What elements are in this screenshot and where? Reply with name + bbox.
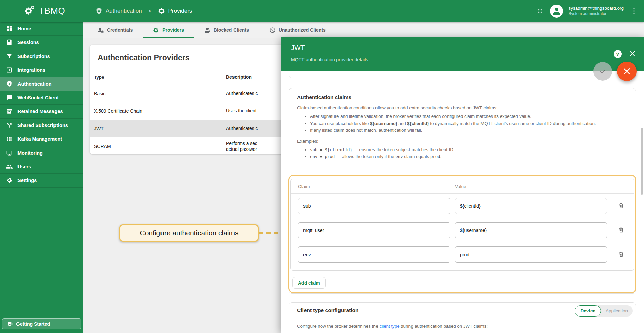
- drawer-body: Authentication claims Claim-based authen…: [281, 71, 644, 333]
- breadcrumb-page[interactable]: Providers: [168, 8, 192, 14]
- delete-claim-button[interactable]: [615, 200, 627, 212]
- example-bullet: env = prod — allows the token only if th…: [310, 154, 628, 160]
- help-button[interactable]: ?: [614, 50, 622, 58]
- sidebar-item-label: Kafka Management: [17, 136, 62, 142]
- sidebar-item-retained-messages[interactable]: Retained Messages: [0, 105, 83, 119]
- users-icon: [6, 163, 13, 170]
- sidebar-item-sessions[interactable]: Sessions: [0, 36, 83, 49]
- drawer-title: JWT: [291, 44, 305, 52]
- sidebar-item-label: Retained Messages: [17, 109, 63, 114]
- getting-started-label: Getting Started: [16, 321, 50, 327]
- delete-claim-button[interactable]: [615, 249, 627, 260]
- cell-type: X.509 Certificate Chain: [90, 108, 226, 114]
- sidebar-item-subscriptions[interactable]: Subscriptions: [0, 49, 83, 63]
- claim-value-input[interactable]: [455, 222, 607, 238]
- funnel-icon: [6, 53, 13, 60]
- claim-name-input[interactable]: [298, 246, 450, 263]
- claim-name-input[interactable]: [298, 222, 450, 238]
- sidebar-item-authentication[interactable]: Authentication: [0, 77, 83, 91]
- person-key-icon: [98, 27, 104, 33]
- getting-started-button[interactable]: Getting Started: [2, 318, 81, 329]
- discard-changes-fab[interactable]: [617, 62, 637, 81]
- claim-name-input[interactable]: [298, 198, 450, 214]
- cell-type: JWT: [90, 126, 226, 131]
- sidebar-item-users[interactable]: Users: [0, 160, 83, 174]
- tour-callout: Configure authentication claims: [119, 224, 259, 242]
- tbmq-logo-icon: [24, 5, 35, 17]
- fullscreen-button[interactable]: [535, 6, 545, 16]
- shield-icon: [95, 7, 103, 15]
- block-icon: [269, 27, 276, 33]
- column-header-claim: Claim: [298, 184, 450, 189]
- claims-table: Claim Value: [290, 179, 634, 271]
- more-menu-button[interactable]: [629, 6, 639, 16]
- sidebar-item-home[interactable]: Home: [0, 22, 83, 36]
- sidebar-item-label: Monitoring: [17, 150, 43, 156]
- grid-icon: [6, 136, 13, 142]
- tab-unauthorized-clients[interactable]: Unauthorized Clients: [259, 22, 336, 38]
- fullscreen-icon: [536, 7, 544, 15]
- tour-callout-text: Configure authentication claims: [140, 229, 239, 237]
- trash-icon: [618, 226, 625, 233]
- gear-icon: [158, 7, 165, 15]
- scrolled-card-bottom: [289, 71, 636, 78]
- sidebar-item-label: Users: [17, 164, 31, 169]
- toggle-option-device[interactable]: Device: [575, 305, 601, 317]
- tab-label: Providers: [162, 27, 184, 33]
- check-icon: [599, 67, 607, 75]
- add-claim-button[interactable]: Add claim: [292, 277, 326, 289]
- sidebar-item-monitoring[interactable]: Monitoring: [0, 146, 83, 160]
- tab-blocked-clients[interactable]: Blocked Clients: [194, 22, 259, 38]
- tab-credentials[interactable]: Credentials: [87, 22, 143, 38]
- examples-label: Examples:: [297, 139, 628, 144]
- example-bullet: sub = ${clientId} — ensures the token su…: [310, 147, 628, 153]
- sidebar-item-kafka-management[interactable]: Kafka Management: [0, 132, 83, 146]
- sidebar-item-label: Shared Subscriptions: [17, 123, 68, 128]
- person-icon: [551, 6, 562, 16]
- call-split-icon: [6, 122, 13, 129]
- drawer-scrollbar-thumb[interactable]: [641, 128, 643, 195]
- close-icon: [629, 50, 636, 57]
- toggle-option-application[interactable]: Application: [601, 305, 633, 317]
- drawer-subtitle: MQTT authentication provider details: [291, 57, 368, 62]
- shield-lock-icon: [6, 80, 13, 87]
- user-email: sysadmin@thingsboard.org: [568, 5, 624, 11]
- person-block-icon: [204, 27, 211, 33]
- breadcrumb-section[interactable]: Authentication: [106, 8, 142, 14]
- claim-row: [298, 198, 631, 214]
- sidebar-item-shared-subscriptions[interactable]: Shared Subscriptions: [0, 119, 83, 132]
- sidebar-item-label: Subscriptions: [17, 54, 50, 59]
- tab-providers[interactable]: Providers: [143, 22, 194, 38]
- tab-label: Credentials: [107, 27, 133, 33]
- trash-icon: [618, 251, 625, 258]
- apply-changes-fab-disabled[interactable]: [593, 62, 612, 81]
- claims-bullet-list: After signature and lifetime validation,…: [297, 114, 628, 133]
- user-info: sysadmin@thingsboard.org System administ…: [568, 5, 624, 17]
- sidebar-item-label: Settings: [17, 178, 37, 183]
- delete-claim-button[interactable]: [615, 225, 627, 236]
- avatar[interactable]: [550, 5, 563, 18]
- claims-rows: [291, 194, 634, 263]
- claim-row: [298, 246, 631, 263]
- claim-value-input[interactable]: [455, 246, 607, 263]
- cell-type: SCRAM: [90, 144, 226, 149]
- close-drawer-button[interactable]: [628, 50, 636, 58]
- sidebar-item-integrations[interactable]: Integrations: [0, 63, 83, 77]
- monitor-icon: [6, 149, 13, 156]
- drawer-header: JWT MQTT authentication provider details…: [281, 37, 644, 71]
- claims-bullet: After signature and lifetime validation,…: [310, 114, 628, 120]
- tab-label: Unauthorized Clients: [279, 27, 326, 33]
- tbmq-app: TBMQ Authentication > Providers sysadmin…: [0, 0, 644, 333]
- sidebar-item-label: Home: [17, 26, 31, 31]
- claim-value-input[interactable]: [455, 198, 607, 214]
- tbmq-logo[interactable]: TBMQ: [24, 0, 65, 22]
- claims-intro: Claim-based authentication conditions al…: [297, 105, 628, 110]
- claim-row: [298, 222, 631, 238]
- sidebar-item-websocket-client[interactable]: WebSocket Client: [0, 91, 83, 105]
- sidebar: Home Sessions Subscriptions Integrations…: [0, 22, 83, 333]
- gear-icon: [153, 27, 159, 33]
- client-type-description: Configure how the broker determines the …: [297, 324, 488, 329]
- sidebar-item-settings[interactable]: Settings: [0, 174, 83, 188]
- authentication-claims-card: Authentication claims Claim-based authen…: [289, 88, 636, 294]
- sidebar-item-label: WebSocket Client: [17, 95, 59, 100]
